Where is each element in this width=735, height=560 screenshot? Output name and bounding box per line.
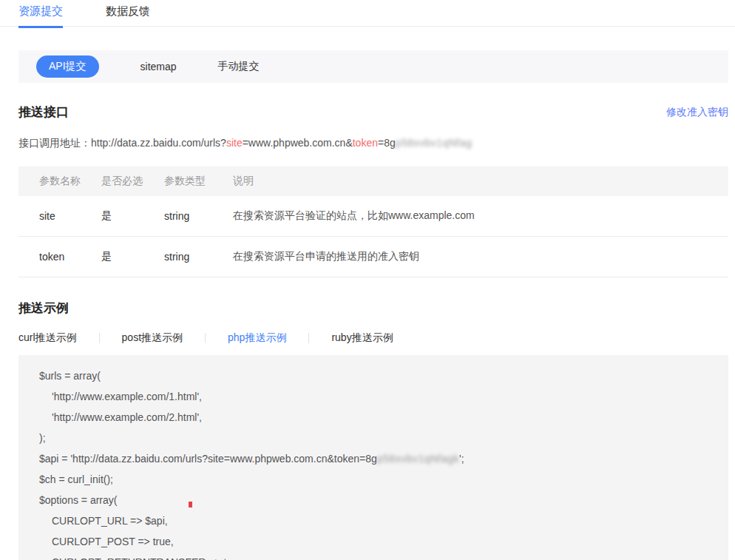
table-row: site 是 string 在搜索资源平台验证的站点，比如www.example… (18, 196, 728, 237)
code-line: CURLOPT_RETURNTRANSFER => true, (39, 552, 714, 560)
param-required-cell: 是 (101, 250, 164, 263)
code-line-api: $api = 'http://data.zz.baidu.com/urls?si… (39, 448, 714, 469)
tab-data-feedback[interactable]: 数据反馈 (106, 0, 150, 27)
col-header-description: 说明 (233, 175, 728, 188)
endpoint-label: 接口调用地址： (18, 137, 91, 149)
params-table-header-row: 参数名称 是否必选 参数类型 说明 (18, 166, 728, 196)
params-table: 参数名称 是否必选 参数类型 说明 site 是 string 在搜索资源平台验… (18, 166, 728, 277)
tab-curl-example[interactable]: curl推送示例 (18, 331, 77, 345)
tab-divider (205, 333, 206, 343)
endpoint-param-site: site (226, 137, 243, 149)
col-header-required: 是否必选 (101, 175, 164, 188)
modify-access-key-link[interactable]: 修改准入密钥 (666, 106, 728, 119)
submit-method-strip: API提交 sitemap 手动提交 (18, 50, 728, 83)
tab-divider (99, 333, 100, 343)
endpoint-base-url: http://data.zz.baidu.com/urls? (91, 137, 226, 149)
tab-ruby-example[interactable]: ruby推送示例 (331, 331, 393, 345)
top-tab-bar: 资源提交 数据反馈 (0, 0, 735, 27)
red-cursor-artifact (189, 502, 192, 507)
example-language-tabs: curl推送示例 post推送示例 php推送示例 ruby推送示例 (18, 331, 728, 345)
tab-divider (308, 333, 309, 343)
code-line: $options = array( (39, 490, 714, 510)
code-line: ); (39, 428, 714, 448)
col-header-param-name: 参数名称 (18, 175, 101, 188)
code-line: 'http://www.example.com/1.html', (39, 386, 714, 407)
col-header-type: 参数类型 (164, 175, 233, 188)
method-sitemap-button[interactable]: sitemap (140, 61, 177, 72)
code-token-redacted: p58xvbv1qNfagk (377, 453, 459, 465)
push-example-title: 推送示例 (18, 300, 69, 317)
endpoint-token-visible: =8g (378, 137, 396, 149)
param-required-cell: 是 (101, 209, 164, 223)
code-line: 'http://www.example.com/2.html', (39, 407, 714, 428)
endpoint-site-value: www.phpweb.com.cn (248, 137, 346, 149)
param-type-cell: string (164, 251, 233, 263)
push-api-title: 推送接口 (18, 104, 69, 121)
tab-resource-submit[interactable]: 资源提交 (18, 0, 63, 27)
code-line: $ch = curl_init(); (39, 469, 714, 490)
tab-post-example[interactable]: post推送示例 (122, 331, 183, 345)
endpoint-param-token: token (353, 137, 378, 149)
table-row: token 是 string 在搜索资源平台申请的推送用的准入密钥 (18, 237, 728, 277)
endpoint-url-line: 接口调用地址：http://data.zz.baidu.com/urls?sit… (18, 137, 728, 150)
code-line: CURLOPT_POST => true, (39, 531, 714, 552)
param-name-cell: site (18, 210, 101, 222)
param-name-cell: token (18, 251, 101, 263)
param-desc-cell: 在搜索资源平台申请的推送用的准入密钥 (233, 250, 728, 263)
code-line: CURLOPT_URL => $api, (39, 510, 714, 531)
param-desc-cell: 在搜索资源平台验证的站点，比如www.example.com (233, 209, 728, 223)
method-api-submit-button[interactable]: API提交 (36, 55, 99, 78)
tab-php-example[interactable]: php推送示例 (228, 331, 286, 345)
push-api-section-header: 推送接口 修改准入密钥 (18, 104, 728, 121)
param-type-cell: string (164, 210, 233, 222)
code-line: $urls = array( (39, 365, 714, 386)
php-example-code-block: $urls = array( 'http://www.example.com/1… (18, 355, 728, 560)
push-example-section-header: 推送示例 (18, 300, 728, 317)
method-manual-submit-button[interactable]: 手动提交 (218, 60, 260, 73)
endpoint-token-redacted: p58xvbv1qNfag (396, 137, 472, 149)
